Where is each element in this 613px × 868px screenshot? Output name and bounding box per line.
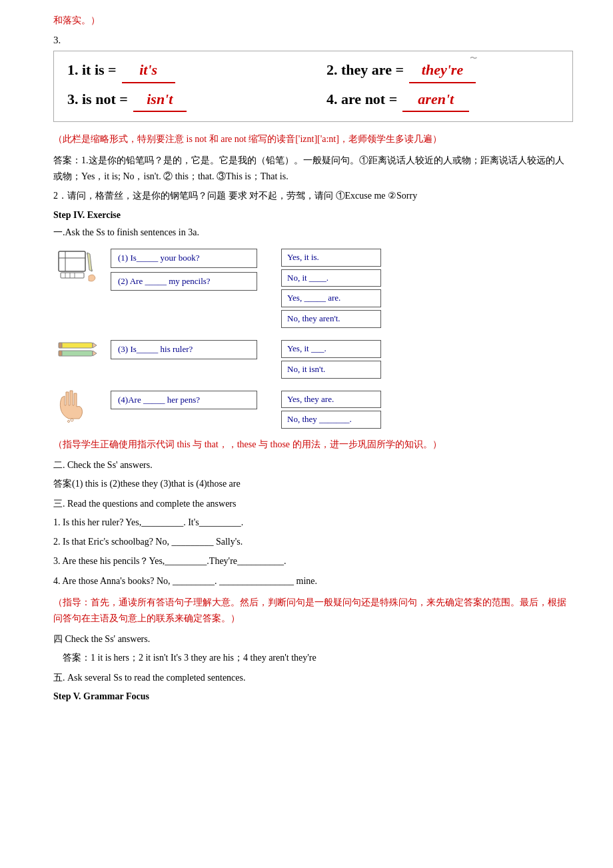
answer2: 答案(1) this is (2)these they (3)that is (…	[53, 476, 573, 493]
answer-box-8: No, they _______.	[281, 411, 381, 429]
svg-marker-4	[87, 253, 92, 271]
answer-box-4: No, they aren't.	[281, 310, 381, 328]
step4-sub: 一.Ask the Ss to finish sentences in 3a.	[53, 225, 573, 240]
ex-questions-3: (4)Are _____ her pens?	[111, 391, 257, 410]
step4-title: Step IV. Exercise	[53, 208, 573, 223]
read3: 三. Read the questions and complete the a…	[53, 497, 573, 511]
red-guide2: （指导学生正确使用指示代词 this 与 that，，these 与 those…	[53, 437, 573, 453]
c-answer-isnt: isn't	[147, 91, 173, 107]
contraction-item-4: 4. are not = aren't	[326, 87, 559, 112]
svg-marker-10	[93, 343, 97, 348]
svg-marker-13	[93, 351, 97, 356]
number-label: 3.	[53, 32, 573, 48]
svg-rect-9	[61, 343, 93, 348]
svg-rect-11	[59, 343, 62, 348]
ex-answers-1: Yes, it is. No, it ____. Yes, _____ are.…	[281, 249, 381, 328]
step5-title: Step V. Grammar Focus	[53, 689, 573, 704]
svg-point-15	[71, 419, 73, 421]
svg-rect-5	[61, 273, 84, 278]
read5: 五. Ask several Ss to read the completed …	[53, 671, 573, 685]
contraction-row-1: 1. it is = it's 2. they are = they're 〜	[67, 58, 559, 83]
contractions-box: 1. it is = it's 2. they are = they're 〜 …	[53, 51, 573, 121]
ex-questions-1: (1) Is_____ your book? (2) Are _____ my …	[111, 249, 257, 291]
contraction-item-3: 3. is not = isn't	[67, 87, 300, 112]
contraction-row-2: 3. is not = isn't 4. are not = aren't	[67, 87, 559, 112]
image-hand	[53, 385, 100, 424]
answer4: 答案：1 it is hers；2 it isn't It's 3 they a…	[53, 650, 573, 667]
ex-row-3: (4)Are _____ her pens? Yes, they are. No…	[53, 385, 573, 429]
c-label-1: 1. it is =	[67, 58, 117, 81]
contraction-item-1: 1. it is = it's	[67, 58, 300, 83]
ex-questions-2: (3) Is_____ his ruler?	[111, 340, 257, 359]
check4: 四 Check the Ss' answers.	[53, 631, 573, 648]
c-label-2: 2. they are =	[326, 58, 404, 81]
c-answer-its: it's	[139, 61, 157, 78]
question-box-2: (2) Are _____ my pencils?	[111, 272, 257, 291]
fill-line-4: 4. Are those Anna's books? No, _________…	[53, 573, 573, 589]
answer-box-7: Yes, they are.	[281, 391, 381, 409]
contraction-item-2: 2. they are = they're 〜	[326, 58, 559, 83]
exercise-area: (1) Is_____ your book? (2) Are _____ my …	[53, 246, 573, 429]
answer-box-5: Yes, it ___.	[281, 340, 381, 358]
svg-rect-12	[61, 351, 93, 356]
ex-answers-3: Yes, they are. No, they _______.	[281, 391, 381, 429]
header-red-text: 和落实。）	[53, 13, 573, 28]
svg-point-16	[67, 420, 69, 422]
svg-rect-14	[59, 351, 62, 356]
ex-answers-2: Yes, it ___. No, it isn't.	[281, 340, 381, 379]
answer-box-2: No, it ____.	[281, 269, 381, 287]
svg-rect-0	[59, 251, 85, 271]
c-answer-theyre: they're	[422, 61, 463, 78]
ex-row-2: (3) Is_____ his ruler? Yes, it ___. No, …	[53, 335, 573, 379]
red-guide3: （指导：首先，通读所有答语句子理解大意。然后，判断问句是一般疑问句还是特殊问句，…	[53, 595, 573, 627]
image-pencil	[53, 335, 100, 365]
ex-row-1: (1) Is_____ your book? (2) Are _____ my …	[53, 246, 573, 328]
answer-box-3: Yes, _____ are.	[281, 289, 381, 307]
answer-line2: 2．请问，格蕾丝，这是你的钢笔吗？问题 要求 对不起，劳驾，请问 ①Excuse…	[53, 188, 573, 205]
question-box-1: (1) Is_____ your book?	[111, 249, 257, 268]
check2: 二. Check the Ss' answers.	[53, 457, 573, 474]
c-answer-arent: aren't	[418, 91, 454, 107]
red-note: （此栏是缩略形式，特别要注意 is not 和 are not 缩写的读音['i…	[53, 131, 573, 147]
answer-box-1: Yes, it is.	[281, 249, 381, 267]
c-label-3: 3. is not =	[67, 87, 128, 111]
question-box-3: (3) Is_____ his ruler?	[111, 340, 257, 359]
answer-box-6: No, it isn't.	[281, 361, 381, 379]
fill-line-2: 2. Is that Eric's schoolbag? No, _______…	[53, 533, 573, 550]
c-label-4: 4. are not =	[326, 87, 397, 111]
image-desk	[53, 246, 100, 286]
question-box-4: (4)Are _____ her pens?	[111, 391, 257, 410]
answer-line1: 答案：1.这是你的铅笔吗？是的，它是。它是我的（铅笔）。一般疑问句。①距离说话人…	[53, 153, 573, 185]
fill-line-1: 1. Is this her ruler? Yes,_________. It'…	[53, 514, 573, 531]
fill-line-3: 3. Are these his pencils？Yes,_________.T…	[53, 553, 573, 569]
